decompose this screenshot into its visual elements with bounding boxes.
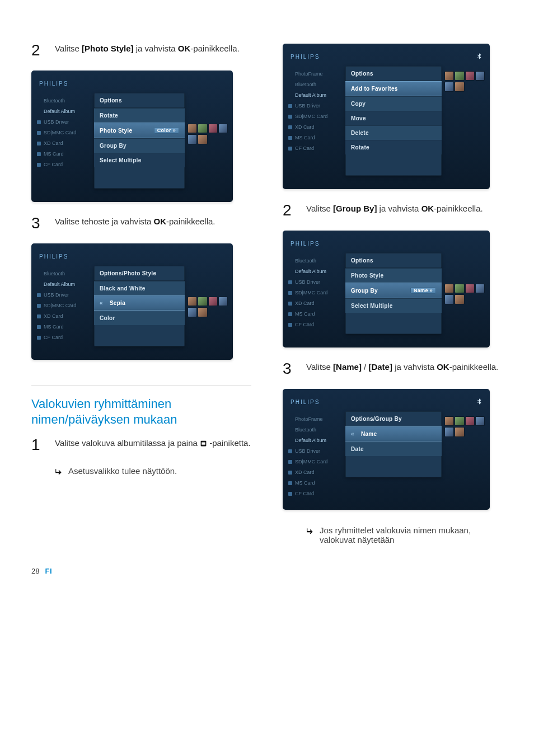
step-body: Valitse [Name] / [Date] ja vahvista OK-p… bbox=[306, 361, 503, 377]
page-footer: 28 FI bbox=[0, 567, 534, 594]
step-body: Valitse valokuva albumitilassa ja paina … bbox=[55, 437, 251, 453]
menu-item-label: Group By bbox=[100, 143, 127, 149]
sidebar-item[interactable]: CF Card bbox=[37, 162, 91, 167]
sidebar-item[interactable]: Bluetooth bbox=[37, 271, 91, 276]
menu-item-label: Date bbox=[351, 446, 364, 452]
panel-title: Options bbox=[94, 93, 185, 108]
sidebar-item[interactable]: Default Album bbox=[37, 282, 91, 287]
sidebar-item[interactable]: Bluetooth bbox=[288, 259, 342, 264]
menu-item[interactable]: Rotate bbox=[94, 108, 185, 123]
sidebar-item[interactable]: SD|MMC Card bbox=[288, 290, 342, 295]
menu-item-label: Name bbox=[361, 431, 377, 437]
sidebar-item-label: Bluetooth bbox=[44, 271, 65, 276]
step-body: Valitse tehoste ja vahvista OK-painikkee… bbox=[55, 215, 251, 231]
sidebar-item[interactable]: MS Card bbox=[37, 152, 91, 157]
menu-item[interactable]: Photo Style bbox=[345, 268, 442, 283]
menu-item[interactable]: Move bbox=[345, 111, 442, 125]
sidebar-item[interactable]: Default Album bbox=[288, 438, 342, 443]
menu-item[interactable]: Color bbox=[94, 311, 185, 325]
menu-item-selected[interactable]: «Sepia bbox=[94, 295, 185, 311]
sidebar-item-label: MS Card bbox=[295, 481, 315, 486]
menu-item-label: Photo Style bbox=[100, 128, 132, 134]
menu-item[interactable]: Group By bbox=[94, 138, 185, 153]
sidebar-item[interactable]: Bluetooth bbox=[37, 98, 91, 104]
menu-item-label: Select Multiple bbox=[351, 303, 393, 309]
panel-title: Options bbox=[345, 253, 442, 268]
sidebar-item[interactable]: CF Card bbox=[37, 335, 91, 340]
step-number: 1 bbox=[31, 437, 47, 453]
menu-item[interactable]: Select Multiple bbox=[345, 298, 442, 313]
sidebar-item[interactable]: MS Card bbox=[288, 481, 342, 486]
menu-item[interactable]: Black and White bbox=[94, 281, 185, 295]
sidebar-item[interactable]: Default Album bbox=[37, 109, 91, 114]
sidebar-item[interactable]: USB Driver bbox=[288, 104, 342, 109]
menu-item-selected[interactable]: Photo Style Color» bbox=[94, 123, 185, 138]
sidebar-item[interactable]: XD Card bbox=[37, 314, 91, 319]
sidebar-item[interactable]: SD|MMC Card bbox=[37, 130, 91, 135]
text: Valitse tehoste ja vahvista bbox=[55, 217, 153, 226]
options-panel: Options Add to Favorites Copy Move Delet… bbox=[345, 66, 442, 176]
sidebar-item[interactable]: Bluetooth bbox=[288, 82, 342, 87]
sidebar: Bluetooth Default Album USB Driver SD|MM… bbox=[288, 253, 342, 327]
menu-item-selected[interactable]: Add to Favorites bbox=[345, 81, 442, 96]
sidebar-item-label: MS Card bbox=[295, 135, 315, 140]
menu-item-label: Photo Style bbox=[351, 273, 383, 279]
menu-item-label: Rotate bbox=[351, 144, 369, 151]
text: Valitse bbox=[306, 204, 333, 213]
text: ja vahvista bbox=[134, 44, 178, 53]
step-number: 2 bbox=[283, 203, 298, 218]
menu-item[interactable]: Date bbox=[345, 442, 442, 456]
sidebar-item[interactable]: Default Album bbox=[288, 269, 342, 274]
sidebar-item-label: USB Driver bbox=[295, 280, 320, 285]
brand-logo: PHILIPS bbox=[291, 399, 320, 405]
sidebar-item[interactable]: SD|MMC Card bbox=[37, 303, 91, 308]
sidebar-item[interactable]: PhotoFrame bbox=[288, 72, 342, 77]
thumbnail-strip bbox=[445, 411, 484, 436]
sidebar-item[interactable]: MS Card bbox=[288, 135, 342, 140]
menu-item-selected[interactable]: Group By Name» bbox=[345, 283, 442, 298]
sidebar-item-label: Bluetooth bbox=[44, 98, 65, 104]
sidebar-item[interactable]: XD Card bbox=[37, 141, 91, 146]
sidebar-item[interactable]: USB Driver bbox=[288, 280, 342, 285]
sidebar-item[interactable]: Default Album bbox=[288, 93, 342, 98]
sidebar-item-label: SD|MMC Card bbox=[44, 303, 76, 308]
bold: OK bbox=[153, 217, 166, 226]
sidebar-item-label: Default Album bbox=[295, 438, 326, 443]
sidebar-item[interactable]: USB Driver bbox=[288, 449, 342, 454]
menu-item-label: Add to Favorites bbox=[351, 86, 398, 92]
page-number: 28 bbox=[31, 567, 39, 575]
text: -painikkeella. bbox=[190, 44, 240, 53]
sidebar-item[interactable]: Bluetooth bbox=[288, 428, 342, 433]
sidebar-item-label: PhotoFrame bbox=[295, 417, 323, 422]
bold: [Photo Style] bbox=[82, 44, 134, 53]
sidebar-item-label: Default Album bbox=[295, 93, 326, 98]
sidebar-item[interactable]: SD|MMC Card bbox=[288, 114, 342, 119]
text: Jos ryhmittelet valokuvia nimen mukaan, … bbox=[320, 525, 503, 544]
sidebar-item-label: CF Card bbox=[295, 322, 314, 327]
menu-item[interactable]: Copy bbox=[345, 96, 442, 111]
step-body: Valitse [Photo Style] ja vahvista OK-pai… bbox=[55, 43, 251, 58]
sidebar-item[interactable]: MS Card bbox=[37, 325, 91, 330]
text: Asetusvalikko tulee näyttöön. bbox=[68, 466, 177, 477]
sidebar-item[interactable]: XD Card bbox=[288, 125, 342, 130]
sidebar-item[interactable]: PhotoFrame bbox=[288, 417, 342, 422]
sidebar-item-label: USB Driver bbox=[295, 449, 320, 454]
sidebar-item[interactable]: SD|MMC Card bbox=[288, 459, 342, 464]
sidebar-item[interactable]: MS Card bbox=[288, 312, 342, 317]
brand-logo: PHILIPS bbox=[291, 241, 320, 247]
sidebar-item[interactable]: CF Card bbox=[288, 322, 342, 327]
sidebar-item-label: USB Driver bbox=[44, 293, 69, 298]
sidebar-item[interactable]: CF Card bbox=[288, 491, 342, 496]
bold: [Date] bbox=[368, 362, 392, 372]
menu-item-selected[interactable]: «Name bbox=[345, 426, 442, 442]
menu-item-label: Delete bbox=[351, 130, 369, 136]
sidebar-item[interactable]: CF Card bbox=[288, 146, 342, 151]
menu-item[interactable]: Delete bbox=[345, 125, 442, 140]
sidebar-item[interactable]: XD Card bbox=[288, 301, 342, 306]
menu-item[interactable]: Rotate bbox=[345, 140, 442, 154]
panel-title: Options/Photo Style bbox=[94, 266, 185, 281]
sidebar-item[interactable]: USB Driver bbox=[37, 293, 91, 298]
sidebar-item[interactable]: XD Card bbox=[288, 470, 342, 475]
sidebar-item[interactable]: USB Driver bbox=[37, 120, 91, 125]
menu-item[interactable]: Select Multiple bbox=[94, 153, 185, 167]
